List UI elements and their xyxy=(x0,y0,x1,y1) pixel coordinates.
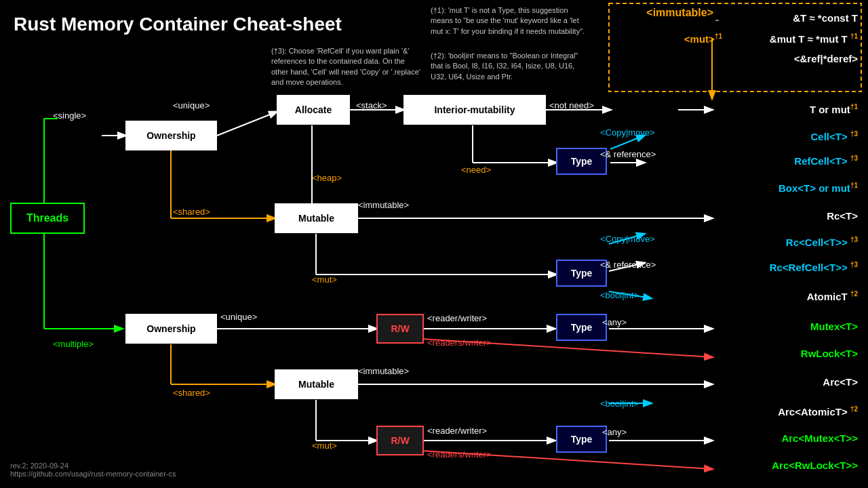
rc-label: Rc<T> xyxy=(827,210,858,222)
type4-box: Type xyxy=(556,426,607,453)
amp-t-label: &T ≈ *const T xyxy=(793,12,858,24)
mutex-label: Mutex<T> xyxy=(810,321,858,332)
allocate-box: Allocate xyxy=(277,95,350,125)
ownership1-box: Ownership xyxy=(125,121,217,150)
ref1-label: <& reference> xyxy=(600,149,656,159)
arc-rwlock-label: Arc<RwLock<T>> xyxy=(772,460,858,471)
mut2-label: <mut> xyxy=(312,441,337,451)
type3-box: Type xyxy=(556,314,607,341)
bool-int2-label: <bool|int> xyxy=(600,399,639,409)
immutable2-label: <immutable> xyxy=(358,366,409,376)
ownership2-box: Ownership xyxy=(125,314,217,344)
copy-move1-label: <Copy|move> xyxy=(600,127,655,138)
shared2-label: <shared> xyxy=(173,388,210,398)
amp-mut-t-label: &mut T ≈ *mut T †1 xyxy=(770,33,858,45)
note-3: (†3): Choose 'RefCell' if you want plain… xyxy=(271,46,420,88)
single-label: <single> xyxy=(53,110,86,121)
rc-cell-label: Rc<Cell<T>> †3 xyxy=(786,236,858,248)
rc-refcell-label: Rc<RefCell<T>> †3 xyxy=(770,261,858,273)
rwlock-label: RwLock<T> xyxy=(801,348,858,359)
reader-writer1-label: <reader/writer> xyxy=(427,313,487,323)
mut-label-top: <mut>†1 xyxy=(684,33,722,45)
page-title: Rust Memory Container Cheat-sheet xyxy=(14,14,342,35)
readers-writer1-label: <readers/writer> xyxy=(427,338,492,348)
interior-mutability-box: Interior-mutability xyxy=(403,95,546,125)
cell-label: Cell<T> †3 xyxy=(811,130,858,142)
footer: rev.2; 2020-09-24 https://github.com/usa… xyxy=(10,462,176,478)
ref-deref-label: <&ref|*deref> xyxy=(794,53,858,64)
ref2-label: <& reference> xyxy=(600,260,656,270)
stack-label: <stack> xyxy=(356,100,387,110)
footer-url: https://github.com/usagi/rust-memory-con… xyxy=(10,470,176,478)
any2-label: <any> xyxy=(602,427,627,437)
rw2-box: R/W xyxy=(376,426,424,455)
t-or-mut-label: T or mut†1 xyxy=(810,103,858,115)
arc-label: Arc<T> xyxy=(823,376,858,388)
shared1-label: <shared> xyxy=(173,207,210,217)
arc-atomic-label: Arc<AtomicT> †2 xyxy=(778,405,858,418)
note-1: (†2): 'bool|int' means to "Boolean or In… xyxy=(431,51,587,82)
atomic-label: AtomicT †2 xyxy=(807,290,858,302)
svg-line-17 xyxy=(610,136,644,149)
mutable2-box: Mutable xyxy=(275,369,358,399)
rw1-box: R/W xyxy=(376,314,424,344)
unique2-label: <unique> xyxy=(220,312,257,322)
multiple-label: <multiple> xyxy=(53,339,94,349)
need-label: <need> xyxy=(461,165,491,175)
readers-writer2-label: <readers/writer> xyxy=(427,449,492,460)
mutable1-box: Mutable xyxy=(275,203,358,233)
any1-label: <any> xyxy=(602,317,627,327)
type2-box: Type xyxy=(556,260,607,287)
immutable-label-top: <immutable> xyxy=(646,7,713,19)
reader-writer2-label: <reader/writer> xyxy=(427,426,487,436)
refcell-label: RefCell<T> †3 xyxy=(794,155,858,167)
type1-box: Type xyxy=(556,148,607,175)
footer-rev: rev.2; 2020-09-24 xyxy=(10,462,176,470)
note-2: (†1): 'mut T' is not a Type, this sugges… xyxy=(431,5,587,37)
mut1-label: <mut> xyxy=(312,274,337,285)
threads-box: Threads xyxy=(10,203,85,234)
immutable1-label: <immutable> xyxy=(358,200,409,210)
arc-mutex-label: Arc<Mutex<T>> xyxy=(781,432,858,444)
svg-line-9 xyxy=(217,112,277,136)
unique1-label: <unique> xyxy=(173,100,210,110)
box-label: Box<T> or mut†1 xyxy=(778,182,858,194)
copy-move2-label: <Copy|move> xyxy=(600,234,655,244)
heap-label: <heap> xyxy=(312,173,342,183)
not-need-label: <not need> xyxy=(549,100,594,110)
bool-int1-label: <bool|int> xyxy=(600,290,639,300)
